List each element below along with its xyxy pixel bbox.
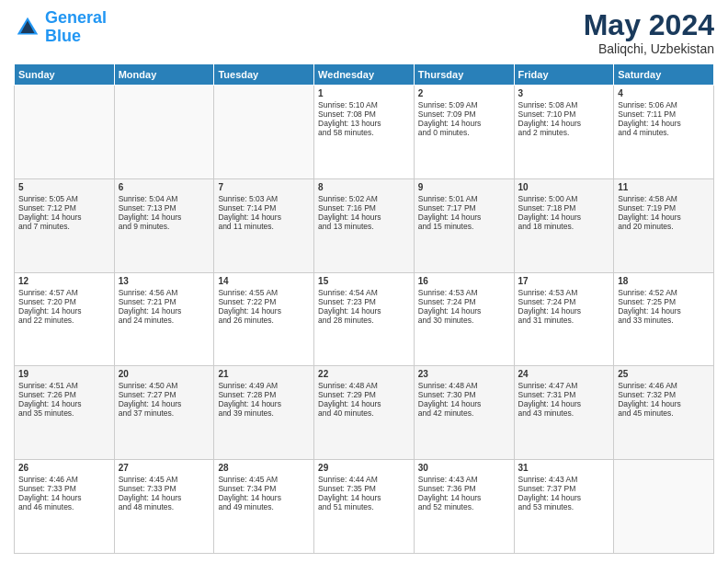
calendar: SundayMondayTuesdayWednesdayThursdayFrid… <box>14 63 714 554</box>
header: General Blue May 2024 Baliqchi, Uzbekist… <box>14 9 714 56</box>
calendar-cell: 17Sunrise: 4:53 AMSunset: 7:24 PMDayligh… <box>514 272 614 366</box>
day-number: 19 <box>18 369 110 379</box>
day-number: 14 <box>218 276 310 286</box>
day-info: Daylight: 14 hours <box>318 399 410 408</box>
calendar-cell <box>114 86 214 179</box>
day-info: and 0 minutes. <box>418 128 510 137</box>
calendar-cell: 23Sunrise: 4:48 AMSunset: 7:30 PMDayligh… <box>414 366 514 460</box>
day-info: Sunrise: 5:06 AM <box>618 100 710 109</box>
day-info: Daylight: 14 hours <box>119 399 210 408</box>
day-number: 26 <box>18 463 110 473</box>
calendar-cell: 30Sunrise: 4:43 AMSunset: 7:36 PMDayligh… <box>414 460 514 554</box>
weekday-header: Sunday <box>15 64 115 86</box>
calendar-cell: 3Sunrise: 5:08 AMSunset: 7:10 PMDaylight… <box>514 86 614 179</box>
day-info: Sunset: 7:36 PM <box>418 484 510 493</box>
day-number: 17 <box>518 276 610 286</box>
day-info: Daylight: 14 hours <box>218 399 310 408</box>
day-info: and 11 minutes. <box>218 222 310 231</box>
day-info: Daylight: 14 hours <box>618 119 710 128</box>
calendar-cell: 16Sunrise: 4:53 AMSunset: 7:24 PMDayligh… <box>414 272 514 366</box>
day-info: and 15 minutes. <box>418 222 510 231</box>
weekday-header: Thursday <box>414 64 514 86</box>
day-info: and 30 minutes. <box>418 316 510 325</box>
day-info: and 22 minutes. <box>18 316 110 325</box>
calendar-cell: 1Sunrise: 5:10 AMSunset: 7:08 PMDaylight… <box>314 86 415 179</box>
day-number: 15 <box>318 276 410 286</box>
day-info: Sunrise: 5:10 AM <box>318 100 410 109</box>
day-info: Sunrise: 5:01 AM <box>418 194 510 203</box>
calendar-cell: 20Sunrise: 4:50 AMSunset: 7:27 PMDayligh… <box>114 366 214 460</box>
calendar-cell: 6Sunrise: 5:04 AMSunset: 7:13 PMDaylight… <box>114 178 214 272</box>
day-info: Sunrise: 4:50 AM <box>119 381 210 390</box>
calendar-cell: 11Sunrise: 4:58 AMSunset: 7:19 PMDayligh… <box>614 178 714 272</box>
day-info: Sunset: 7:16 PM <box>318 203 410 213</box>
day-number: 24 <box>518 369 610 379</box>
calendar-cell: 10Sunrise: 5:00 AMSunset: 7:18 PMDayligh… <box>514 178 614 272</box>
day-info: Sunrise: 4:52 AM <box>618 288 710 297</box>
day-info: and 7 minutes. <box>18 222 110 231</box>
day-number: 20 <box>119 369 210 379</box>
day-info: Daylight: 14 hours <box>18 493 110 502</box>
day-info: and 48 minutes. <box>119 502 210 511</box>
day-info: Sunrise: 5:05 AM <box>18 194 110 203</box>
day-info: Daylight: 14 hours <box>119 493 210 502</box>
calendar-cell: 24Sunrise: 4:47 AMSunset: 7:31 PMDayligh… <box>514 366 614 460</box>
day-info: and 13 minutes. <box>318 222 410 231</box>
day-info: Daylight: 14 hours <box>18 213 110 222</box>
day-info: Sunset: 7:09 PM <box>418 109 510 119</box>
day-info: Sunrise: 4:43 AM <box>418 475 510 484</box>
day-info: Sunrise: 4:43 AM <box>518 475 610 484</box>
day-info: Sunrise: 4:47 AM <box>518 381 610 390</box>
day-info: Sunset: 7:28 PM <box>218 390 310 399</box>
day-number: 1 <box>318 88 410 98</box>
calendar-table: SundayMondayTuesdayWednesdayThursdayFrid… <box>14 63 714 554</box>
day-info: Daylight: 14 hours <box>518 493 610 502</box>
day-info: and 45 minutes. <box>618 408 710 418</box>
day-info: and 52 minutes. <box>418 502 510 511</box>
weekday-header: Saturday <box>614 64 714 86</box>
day-info: Sunset: 7:24 PM <box>518 297 610 306</box>
day-info: and 53 minutes. <box>518 502 610 511</box>
day-info: Sunrise: 4:58 AM <box>618 194 710 203</box>
day-number: 2 <box>418 88 510 98</box>
day-number: 4 <box>618 88 710 98</box>
day-info: Sunrise: 4:54 AM <box>318 288 410 297</box>
day-info: Daylight: 13 hours <box>318 119 410 128</box>
calendar-cell: 7Sunrise: 5:03 AMSunset: 7:14 PMDaylight… <box>214 178 314 272</box>
day-info: Sunset: 7:24 PM <box>418 297 510 306</box>
day-info: Daylight: 14 hours <box>618 399 710 408</box>
calendar-cell: 25Sunrise: 4:46 AMSunset: 7:32 PMDayligh… <box>614 366 714 460</box>
day-number: 27 <box>119 463 210 473</box>
day-info: Sunrise: 5:02 AM <box>318 194 410 203</box>
day-info: and 2 minutes. <box>518 128 610 137</box>
day-info: Daylight: 14 hours <box>218 493 310 502</box>
calendar-cell: 15Sunrise: 4:54 AMSunset: 7:23 PMDayligh… <box>314 272 415 366</box>
day-info: Sunrise: 4:45 AM <box>218 475 310 484</box>
day-number: 12 <box>18 276 110 286</box>
calendar-cell: 19Sunrise: 4:51 AMSunset: 7:26 PMDayligh… <box>15 366 115 460</box>
day-info: Daylight: 14 hours <box>418 399 510 408</box>
day-info: Sunrise: 5:00 AM <box>518 194 610 203</box>
weekday-header: Wednesday <box>314 64 415 86</box>
day-info: Daylight: 14 hours <box>418 306 510 316</box>
day-info: Sunrise: 4:56 AM <box>119 288 210 297</box>
day-number: 5 <box>18 182 110 192</box>
day-info: Daylight: 14 hours <box>518 119 610 128</box>
day-number: 8 <box>318 182 410 192</box>
day-info: Sunrise: 5:09 AM <box>418 100 510 109</box>
calendar-cell: 13Sunrise: 4:56 AMSunset: 7:21 PMDayligh… <box>114 272 214 366</box>
day-info: Sunrise: 5:04 AM <box>119 194 210 203</box>
day-info: Sunrise: 4:46 AM <box>18 475 110 484</box>
day-info: and 35 minutes. <box>18 408 110 418</box>
calendar-header-row: SundayMondayTuesdayWednesdayThursdayFrid… <box>15 64 714 86</box>
day-info: Sunset: 7:34 PM <box>218 484 310 493</box>
day-info: Sunrise: 5:08 AM <box>518 100 610 109</box>
calendar-cell: 21Sunrise: 4:49 AMSunset: 7:28 PMDayligh… <box>214 366 314 460</box>
month-title: May 2024 <box>584 9 714 41</box>
day-info: and 39 minutes. <box>218 408 310 418</box>
day-number: 22 <box>318 369 410 379</box>
day-number: 21 <box>218 369 310 379</box>
day-info: Sunrise: 4:45 AM <box>119 475 210 484</box>
day-number: 6 <box>119 182 210 192</box>
calendar-cell: 28Sunrise: 4:45 AMSunset: 7:34 PMDayligh… <box>214 460 314 554</box>
